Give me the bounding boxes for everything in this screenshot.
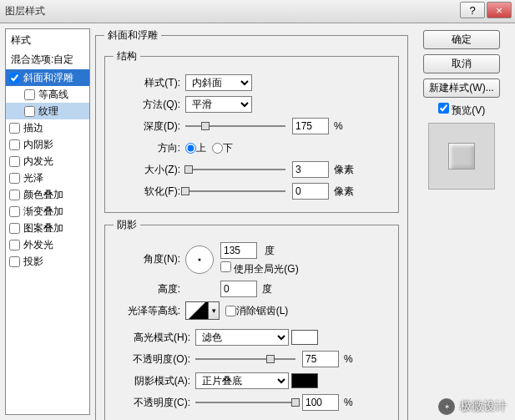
size-slider[interactable] xyxy=(185,164,285,175)
structure-legend: 结构 xyxy=(114,49,140,63)
size-input[interactable] xyxy=(292,161,329,178)
sidebar-item-texture[interactable]: 纹理 xyxy=(6,103,89,119)
checkbox-bevel[interactable] xyxy=(9,73,20,83)
ok-button[interactable]: 确定 xyxy=(423,30,500,49)
hilite-mode-label: 高光模式(H): xyxy=(114,331,190,345)
close-button[interactable]: × xyxy=(487,2,512,18)
sidebar-item-stroke[interactable]: 描边 xyxy=(6,119,89,136)
checkbox-color-overlay[interactable] xyxy=(9,190,20,200)
depth-slider[interactable] xyxy=(185,120,285,132)
checkbox-satin[interactable] xyxy=(9,173,20,184)
angle-unit: 度 xyxy=(265,245,275,256)
help-button[interactable]: ? xyxy=(460,2,485,18)
dialog-body: 样式 混合选项:自定 斜面和浮雕 等高线 纹理 描边 内阴影 内发光 光泽 颜色… xyxy=(0,23,515,420)
sidebar-item-label: 图案叠加 xyxy=(23,221,63,235)
soften-label: 软化(F): xyxy=(114,185,180,199)
sidebar-item-inner-glow[interactable]: 内发光 xyxy=(6,153,89,170)
gloss-contour-picker[interactable] xyxy=(185,301,209,320)
global-light-checkbox[interactable] xyxy=(220,261,231,272)
direction-label: 方向: xyxy=(114,141,180,155)
soften-slider[interactable] xyxy=(185,185,285,197)
shadow-opacity-label: 不透明度(C): xyxy=(114,396,190,410)
sidebar-item-label: 内阴影 xyxy=(23,138,53,152)
depth-unit: % xyxy=(334,120,343,132)
checkbox-inner-shadow[interactable] xyxy=(9,139,20,150)
sidebar-item-label: 纹理 xyxy=(38,104,58,119)
preview-checkbox[interactable] xyxy=(438,103,449,114)
antialias-checkbox[interactable] xyxy=(225,306,236,316)
soften-input[interactable] xyxy=(292,183,329,200)
new-style-button[interactable]: 新建样式(W)... xyxy=(423,78,500,98)
sidebar-item-label: 等高线 xyxy=(38,88,68,102)
checkbox-pattern-overlay[interactable] xyxy=(9,223,20,234)
checkbox-drop-shadow[interactable] xyxy=(9,256,20,267)
checkbox-outer-glow[interactable] xyxy=(9,240,20,250)
sidebar-item-outer-glow[interactable]: 外发光 xyxy=(6,236,89,253)
style-select[interactable]: 内斜面 xyxy=(185,74,252,91)
depth-label: 深度(D): xyxy=(114,119,180,134)
angle-label: 角度(N): xyxy=(114,252,180,266)
watermark: ✶ 极微设计 xyxy=(438,398,507,415)
sidebar-item-label: 内发光 xyxy=(23,154,53,169)
hilite-opacity-slider[interactable] xyxy=(195,353,295,365)
sidebar-item-label: 描边 xyxy=(23,121,43,135)
shadow-opacity-input[interactable] xyxy=(302,394,339,411)
checkbox-stroke[interactable] xyxy=(9,123,20,134)
wechat-icon: ✶ xyxy=(438,398,455,415)
sidebar-item-bevel[interactable]: 斜面和浮雕 xyxy=(6,69,89,86)
global-light-label: 使用全局光(G) xyxy=(234,263,298,275)
sidebar-item-gradient-overlay[interactable]: 渐变叠加 xyxy=(6,203,89,220)
technique-select[interactable]: 平滑 xyxy=(185,96,252,113)
hilite-color-swatch[interactable] xyxy=(291,330,318,345)
preview-toggle[interactable]: 预览(V) xyxy=(438,103,485,118)
sidebar-item-inner-shadow[interactable]: 内阴影 xyxy=(6,136,89,153)
hilite-mode-select[interactable]: 滤色 xyxy=(195,329,289,346)
right-panel: 确定 取消 新建样式(W)... 预览(V) xyxy=(413,28,510,415)
sidebar-item-color-overlay[interactable]: 颜色叠加 xyxy=(6,186,89,203)
shadow-color-swatch[interactable] xyxy=(291,373,318,388)
antialias-label: 消除锯齿(L) xyxy=(236,304,289,318)
shading-fieldset: 阴影 角度(N): 度 使用全局光(G) 高度: xyxy=(104,218,399,420)
hilite-opacity-label: 不透明度(O): xyxy=(114,352,190,367)
sidebar-styles-header[interactable]: 样式 xyxy=(6,31,89,50)
sidebar-blend-options[interactable]: 混合选项:自定 xyxy=(6,50,89,69)
style-label: 样式(T): xyxy=(114,76,180,90)
checkbox-texture[interactable] xyxy=(24,106,35,117)
altitude-unit: 度 xyxy=(262,282,272,296)
sidebar-item-pattern-overlay[interactable]: 图案叠加 xyxy=(6,220,89,236)
shading-legend: 阴影 xyxy=(114,218,140,232)
checkbox-gradient-overlay[interactable] xyxy=(9,206,20,217)
shadow-mode-select[interactable]: 正片叠底 xyxy=(195,372,289,389)
size-unit: 像素 xyxy=(334,163,354,177)
direction-up-radio[interactable] xyxy=(185,143,196,154)
cancel-button[interactable]: 取消 xyxy=(423,54,500,73)
shadow-opacity-unit: % xyxy=(344,397,353,408)
sidebar-item-satin[interactable]: 光泽 xyxy=(6,170,89,186)
direction-down-radio[interactable] xyxy=(212,143,223,154)
shadow-opacity-slider[interactable] xyxy=(195,397,295,408)
sidebar-item-drop-shadow[interactable]: 投影 xyxy=(6,253,89,270)
altitude-label: 高度: xyxy=(114,282,180,296)
hilite-opacity-input[interactable] xyxy=(302,351,339,367)
gloss-contour-label: 光泽等高线: xyxy=(114,304,180,318)
preview-swatch xyxy=(428,123,495,190)
checkbox-contour[interactable] xyxy=(24,89,35,100)
technique-label: 方法(Q): xyxy=(114,98,180,112)
depth-input[interactable] xyxy=(292,118,329,134)
watermark-text: 极微设计 xyxy=(460,399,507,414)
center-panel: 斜面和浮雕 结构 样式(T): 内斜面 方法(Q): 平滑 深度(D): % xyxy=(95,28,408,415)
angle-input[interactable] xyxy=(220,242,257,259)
bevel-fieldset: 斜面和浮雕 结构 样式(T): 内斜面 方法(Q): 平滑 深度(D): % xyxy=(95,28,408,420)
direction-down-label: 下 xyxy=(223,141,233,155)
window-controls: ? × xyxy=(458,2,512,18)
styles-sidebar: 样式 混合选项:自定 斜面和浮雕 等高线 纹理 描边 内阴影 内发光 光泽 颜色… xyxy=(5,28,90,415)
gloss-contour-drop[interactable]: ▾ xyxy=(209,301,220,320)
bevel-legend: 斜面和浮雕 xyxy=(104,28,161,43)
checkbox-inner-glow[interactable] xyxy=(9,156,20,167)
sidebar-item-label: 颜色叠加 xyxy=(23,188,63,202)
angle-control[interactable] xyxy=(185,245,214,274)
sidebar-item-contour[interactable]: 等高线 xyxy=(6,86,89,103)
sidebar-item-label: 斜面和浮雕 xyxy=(23,71,73,85)
altitude-input[interactable] xyxy=(220,281,257,297)
title-bar: 图层样式 ? × xyxy=(0,0,515,23)
